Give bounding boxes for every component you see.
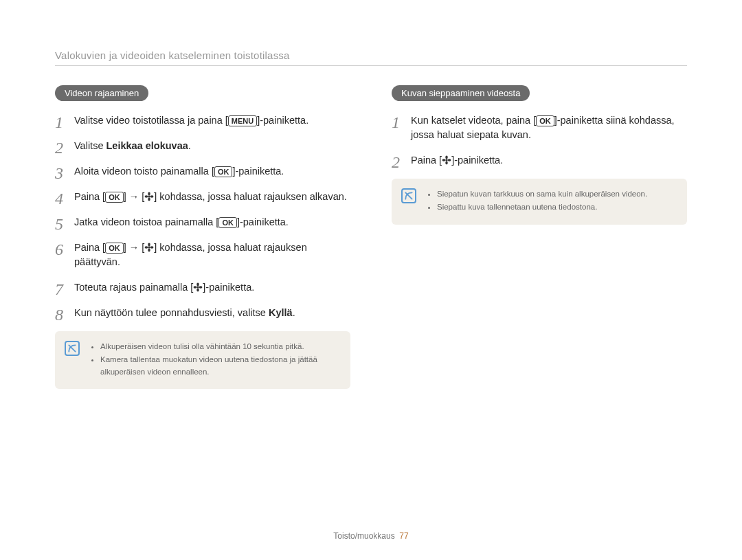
ok-key-icon: OK <box>214 166 233 177</box>
page-footer: Toisto/muokkaus 77 <box>0 531 742 541</box>
flower-icon <box>144 243 154 252</box>
right-column: Kuvan sieppaaminen videosta Kun katselet… <box>392 85 687 389</box>
svg-point-0 <box>148 195 151 198</box>
left-steps: Valitse video toistotilassa ja paina [ME… <box>55 113 350 320</box>
left-heading-pill: Videon rajaaminen <box>55 85 148 101</box>
breadcrumb: Valokuvien ja videoiden katseleminen toi… <box>55 49 687 61</box>
right-step-1: Kun katselet videota, paina [OK]-painike… <box>392 113 687 142</box>
svg-point-3 <box>145 195 148 198</box>
svg-point-2 <box>148 198 151 201</box>
text: ]-painiketta. <box>232 166 284 177</box>
page-number: 77 <box>399 531 408 541</box>
content-columns: Videon rajaaminen Valitse video toistoti… <box>55 85 687 389</box>
footer-section: Toisto/muokkaus <box>333 531 394 541</box>
text: . <box>293 307 295 318</box>
right-steps: Kun katselet videota, paina [OK]-painike… <box>392 113 687 168</box>
info-icon <box>65 341 80 356</box>
ok-key-icon: OK <box>105 192 124 203</box>
text: Paina [ <box>411 155 442 166</box>
svg-point-8 <box>145 246 148 249</box>
ok-key-icon: OK <box>218 217 237 228</box>
svg-point-5 <box>148 246 151 249</box>
svg-point-16 <box>445 156 448 159</box>
text: . <box>188 140 191 151</box>
text: Kun katselet videota, paina [ <box>411 115 536 126</box>
left-step-3: Aloita videon toisto painamalla [OK]-pai… <box>55 164 350 179</box>
note-item: Alkuperäisen videon tulisi olla vähintää… <box>100 341 339 352</box>
divider <box>55 65 687 66</box>
text: Valitse video toistotilassa ja paina [ <box>74 115 228 126</box>
ok-key-icon: OK <box>105 243 124 254</box>
right-heading-pill: Kuvan sieppaaminen videosta <box>392 85 530 101</box>
bold-text: Leikkaa elokuvaa <box>106 140 188 151</box>
right-note-box: Siepatun kuvan tarkkuus on sama kuin alk… <box>392 179 687 225</box>
text: ]-painiketta. <box>237 216 289 227</box>
svg-point-6 <box>148 243 151 247</box>
note-item: Kamera tallentaa muokatun videon uutena … <box>100 354 339 378</box>
left-step-7: Toteuta rajaus painamalla []-painiketta. <box>55 280 350 295</box>
svg-point-4 <box>150 195 154 198</box>
note-list: Alkuperäisen videon tulisi olla vähintää… <box>91 341 339 378</box>
text: ]-painiketta. <box>451 155 503 166</box>
flower-icon <box>144 192 154 201</box>
svg-point-9 <box>150 246 154 249</box>
note-item: Siepatun kuvan tarkkuus on sama kuin alk… <box>437 188 676 200</box>
svg-point-15 <box>445 159 448 161</box>
flower-icon <box>442 155 451 165</box>
left-note-box: Alkuperäisen videon tulisi olla vähintää… <box>55 331 350 389</box>
left-step-4: Paina [OK] → [] kohdassa, jossa haluat r… <box>55 190 350 204</box>
text: ]-painiketta. <box>257 115 308 126</box>
svg-point-19 <box>448 159 451 161</box>
left-step-2: Valitse Leikkaa elokuvaa. <box>55 139 350 153</box>
svg-point-11 <box>197 283 200 287</box>
svg-point-10 <box>197 286 200 289</box>
text: Jatka videon toistoa painamalla [ <box>74 216 218 227</box>
left-step-1: Valitse video toistotilassa ja paina [ME… <box>55 113 350 128</box>
info-icon <box>401 188 416 203</box>
svg-point-17 <box>445 161 448 165</box>
left-step-6: Paina [OK] → [] kohdassa, jossa haluat r… <box>55 240 350 269</box>
left-step-5: Jatka videon toistoa painamalla [OK]-pai… <box>55 215 350 229</box>
note-list: Siepatun kuvan tarkkuus on sama kuin alk… <box>427 188 676 214</box>
text: Aloita videon toisto painamalla [ <box>74 166 214 177</box>
text: Kun näyttöön tulee ponnahdusviesti, vali… <box>74 307 269 318</box>
svg-point-12 <box>197 289 200 292</box>
left-step-8: Kun näyttöön tulee ponnahdusviesti, vali… <box>55 306 350 320</box>
text: ] kohdassa, jossa haluat rajauksen alkav… <box>154 191 347 202</box>
flower-icon <box>193 282 203 292</box>
svg-point-7 <box>148 249 151 252</box>
ok-key-icon: OK <box>536 115 554 126</box>
text: Paina [ <box>74 242 105 253</box>
svg-point-13 <box>194 286 197 289</box>
menu-key-icon: MENU <box>228 115 257 126</box>
text: Toteuta rajaus painamalla [ <box>74 282 193 293</box>
left-column: Videon rajaaminen Valitse video toistoti… <box>55 85 350 389</box>
note-item: Siepattu kuva tallennetaan uutena tiedos… <box>437 201 676 213</box>
text: Paina [ <box>74 191 105 202</box>
svg-point-1 <box>148 192 151 196</box>
text: Valitse <box>74 140 106 151</box>
svg-point-18 <box>442 159 446 161</box>
text: ] → [ <box>124 191 145 202</box>
right-step-2: Paina []-painiketta. <box>392 153 687 168</box>
text: ]-painiketta. <box>203 282 254 293</box>
bold-text: Kyllä <box>269 307 293 318</box>
text: ] → [ <box>124 242 145 253</box>
